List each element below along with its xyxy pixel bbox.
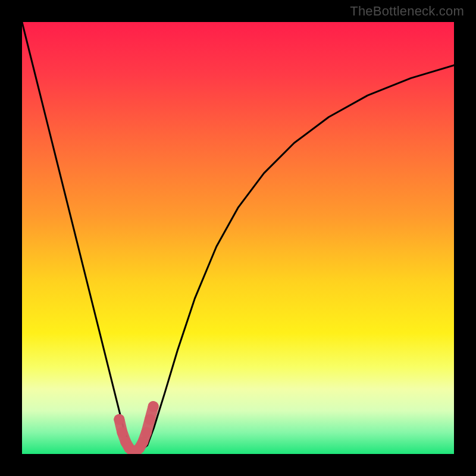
trough-marker-dot — [145, 414, 155, 425]
watermark-text: TheBottleneck.com — [350, 4, 464, 19]
curve-layer — [22, 22, 454, 454]
bottleneck-curve — [22, 22, 454, 452]
trough-marker-dot — [137, 437, 148, 447]
chart-frame: TheBottleneck.com — [0, 0, 476, 476]
plot-area — [22, 22, 454, 454]
trough-marker-dot — [148, 401, 159, 412]
trough-marker-dot — [141, 427, 152, 438]
trough-marker-dot — [114, 414, 124, 425]
trough-marker-dot — [117, 427, 127, 438]
